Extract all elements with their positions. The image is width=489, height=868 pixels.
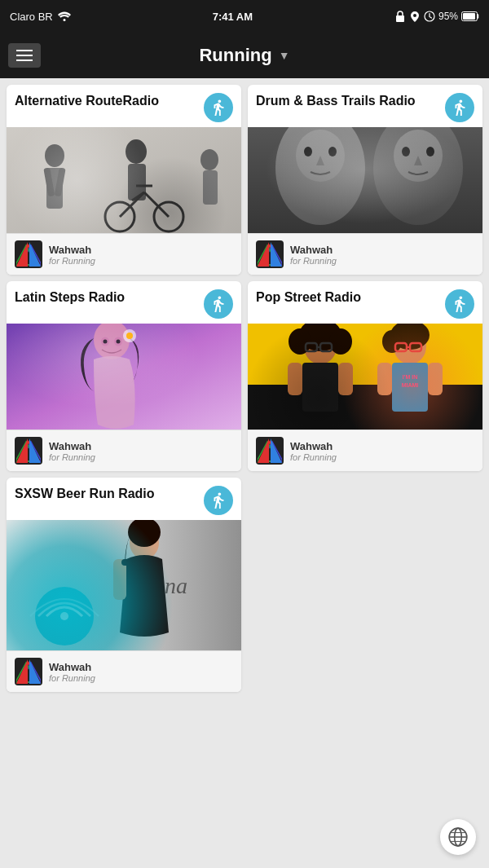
shoe-icon (451, 99, 469, 117)
shoe-icon (209, 491, 227, 509)
svg-marker-35 (262, 245, 282, 265)
card-title: SXSW Beer Run Radio (15, 486, 204, 501)
svg-line-15 (120, 192, 144, 217)
svg-rect-54 (306, 343, 317, 351)
card-footer-alt-route: Wahwah for Running (7, 233, 241, 275)
svg-point-52 (289, 328, 311, 355)
card-pop-street[interactable]: Pop Street Radio (248, 281, 482, 471)
latin-steps-illustration (7, 324, 241, 430)
wahwah-logo-svg (258, 242, 282, 267)
lock-icon (394, 11, 406, 22)
svg-rect-48 (248, 324, 482, 430)
card-footer-drum-bass: Wahwah for Running (248, 233, 482, 275)
svg-point-51 (299, 324, 341, 351)
svg-text:I'M IN: I'M IN (403, 374, 417, 380)
card-title: Alternative RouteRadio (15, 93, 204, 108)
svg-rect-57 (302, 363, 338, 412)
menu-line-1 (16, 50, 33, 51)
svg-text:MIAMI: MIAMI (402, 382, 419, 388)
svg-point-62 (382, 330, 402, 353)
svg-point-61 (390, 324, 430, 350)
svg-rect-49 (248, 385, 482, 430)
svg-rect-6 (7, 127, 241, 233)
brand-sub-label: for Running (49, 256, 95, 266)
card-image-pop-street: I'M IN MIAMI (248, 324, 482, 430)
svg-rect-33 (248, 127, 482, 233)
svg-marker-71 (259, 442, 280, 461)
svg-rect-66 (392, 363, 428, 412)
svg-point-39 (123, 329, 136, 342)
svg-point-25 (275, 127, 365, 225)
svg-point-26 (296, 130, 345, 182)
card-drum-bass[interactable]: Drum & Bass Trails Radio (248, 85, 482, 275)
svg-point-42 (114, 337, 122, 346)
svg-marker-21 (18, 245, 39, 265)
svg-marker-82 (18, 663, 39, 682)
svg-rect-77 (113, 559, 126, 600)
svg-point-50 (304, 328, 337, 364)
status-right: 95% (394, 11, 479, 22)
svg-marker-84 (16, 663, 37, 682)
svg-marker-47 (16, 442, 37, 461)
brand-label: Wahwah (290, 440, 337, 452)
svg-rect-69 (377, 363, 392, 395)
svg-point-75 (130, 527, 159, 559)
card-sxsw[interactable]: SXSW Beer Run Radio (7, 478, 241, 692)
menu-button[interactable] (8, 43, 41, 68)
card-header: SXSW Beer Run Radio (7, 478, 241, 520)
svg-marker-34 (259, 245, 280, 265)
shoe-icon (209, 99, 227, 117)
svg-point-43 (104, 340, 108, 344)
pop-street-illustration: I'M IN MIAMI (248, 324, 482, 430)
footer-text: Wahwah for Running (49, 661, 95, 683)
shoe-icon (209, 295, 227, 313)
wahwah-logo (256, 437, 284, 465)
svg-rect-58 (288, 363, 302, 395)
svg-rect-10 (55, 167, 66, 196)
svg-point-28 (328, 147, 337, 156)
brand-label: Wahwah (49, 661, 95, 673)
wifi-icon (58, 11, 71, 21)
footer-text: Wahwah for Running (49, 440, 95, 462)
clock-icon (424, 11, 435, 22)
card-latin-steps[interactable]: Latin Steps Radio (7, 281, 241, 471)
svg-point-27 (304, 147, 312, 156)
brand-label: Wahwah (49, 440, 95, 452)
card-image-inner (7, 324, 241, 430)
card-title: Latin Steps Radio (15, 289, 204, 305)
card-alt-route[interactable]: Alternative RouteRadio (7, 85, 241, 275)
svg-point-14 (154, 202, 183, 231)
card-image-inner: I'M IN MIAMI (248, 324, 482, 430)
globe-button[interactable] (440, 819, 476, 855)
svg-point-19 (200, 149, 218, 170)
menu-line-2 (16, 55, 33, 56)
card-footer-pop-street: Wahwah for Running (248, 430, 482, 471)
svg-point-13 (105, 202, 134, 231)
svg-marker-36 (258, 245, 278, 265)
running-badge-icon (204, 93, 233, 122)
svg-rect-5 (7, 127, 241, 233)
svg-rect-37 (7, 324, 241, 430)
battery-label: 95% (438, 11, 458, 22)
dropdown-arrow-icon[interactable]: ▼ (279, 49, 290, 62)
header: Running ▼ (0, 33, 489, 78)
svg-point-31 (402, 147, 410, 156)
card-header: Alternative RouteRadio (7, 85, 241, 127)
drum-bass-illustration (248, 127, 482, 233)
wahwah-logo (15, 240, 42, 268)
card-header: Drum & Bass Trails Radio (248, 85, 482, 127)
globe-icon (447, 826, 469, 848)
card-image-inner (248, 127, 482, 233)
svg-point-53 (329, 328, 352, 355)
card-header: Pop Street Radio (248, 281, 482, 324)
wahwah-logo-svg (16, 659, 41, 684)
svg-rect-9 (43, 167, 55, 196)
svg-rect-20 (203, 170, 218, 205)
wahwah-logo (15, 437, 42, 465)
svg-point-60 (394, 328, 426, 364)
svg-rect-74 (7, 520, 241, 650)
svg-rect-1 (396, 15, 404, 22)
wahwah-logo-svg (16, 242, 41, 267)
wahwah-logo-svg (16, 438, 41, 463)
svg-rect-63 (395, 343, 407, 351)
